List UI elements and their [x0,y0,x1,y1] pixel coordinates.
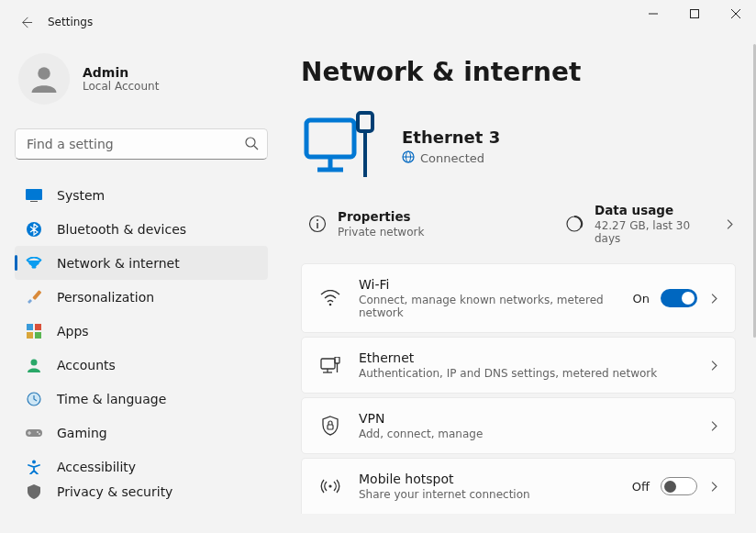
data-usage-icon [565,215,584,233]
accessibility-icon [26,459,42,475]
hotspot-toggle[interactable] [661,477,697,495]
svg-rect-13 [27,332,33,339]
data-usage-sub: 42.27 GB, last 30 days [595,219,713,245]
nav-label: Gaming [57,426,107,440]
info-icon [308,215,327,233]
svg-rect-10 [32,290,41,300]
close-button[interactable] [715,0,756,28]
nav-list: System Bluetooth & devices Network & int… [15,178,268,500]
svg-rect-14 [35,332,41,339]
sidebar-item-accessibility[interactable]: Accessibility [15,450,268,483]
network-icon [26,255,42,272]
card-title: Mobile hotspot [359,472,632,486]
card-hotspot[interactable]: Mobile hotspot Share your internet conne… [301,458,736,514]
card-title: Wi-Fi [359,277,633,292]
properties-sub: Private network [338,226,424,239]
accounts-icon [26,357,42,373]
sidebar-item-privacy[interactable]: Privacy & security [15,483,268,500]
chevron-right-icon [708,481,720,493]
card-sub: Share your internet connection [359,488,632,501]
nav-label: Accessibility [57,460,136,474]
chevron-right-icon [708,360,720,372]
connection-status: Connected [402,150,500,166]
wifi-toggle-label: On [633,292,650,305]
svg-point-18 [37,431,39,433]
data-usage-title: Data usage [595,203,713,217]
bluetooth-icon [26,221,42,238]
data-usage-item[interactable]: Data usage 42.27 GB, last 30 days [565,203,713,245]
sidebar-item-personalization[interactable]: Personalization [15,280,268,314]
sidebar-item-gaming[interactable]: Gaming [15,416,268,450]
card-title: Ethernet [359,350,708,365]
privacy-icon [26,483,42,500]
window-title: Settings [48,16,93,28]
svg-rect-39 [328,425,333,429]
window-controls [632,0,756,28]
wifi-toggle[interactable] [661,289,697,307]
svg-point-15 [31,359,38,365]
hotspot-toggle-label: Off [632,480,650,494]
connection-name: Ethernet 3 [402,128,500,147]
nav-label: Privacy & security [57,484,172,499]
properties-title: Properties [338,209,424,224]
maximize-button[interactable] [673,0,715,28]
search-box[interactable] [15,128,268,160]
wifi-icon [320,288,340,308]
ethernet-hero-icon [301,105,384,188]
nav-label: Network & internet [57,256,180,271]
chevron-right-icon [708,293,720,305]
search-input[interactable] [15,128,268,160]
profile-sub: Local Account [83,80,159,93]
svg-rect-11 [27,324,33,330]
hotspot-icon [320,476,340,496]
nav-label: Bluetooth & devices [57,222,186,237]
svg-rect-24 [358,113,372,131]
sidebar-item-system[interactable]: System [15,178,268,212]
personalization-icon [26,289,42,305]
page-title: Network & internet [301,57,752,87]
card-vpn[interactable]: VPN Add, connect, manage [301,397,736,454]
svg-rect-21 [306,120,354,157]
nav-label: Time & language [57,392,166,406]
svg-point-33 [329,304,332,306]
svg-rect-37 [335,357,339,363]
sidebar-item-accounts[interactable]: Accounts [15,348,268,382]
settings-cards: Wi-Fi Connect, manage known networks, me… [301,263,752,514]
svg-rect-7 [26,189,42,200]
sidebar-item-time[interactable]: Time & language [15,382,268,416]
svg-point-19 [39,433,40,435]
svg-line-6 [254,146,258,150]
nav-label: Accounts [57,358,116,372]
svg-point-40 [328,484,331,487]
sidebar-item-bluetooth[interactable]: Bluetooth & devices [15,212,268,246]
card-wifi[interactable]: Wi-Fi Connect, manage known networks, me… [301,263,736,333]
connection-hero: Ethernet 3 Connected [301,105,752,188]
nav-label: Personalization [57,290,154,305]
system-icon [26,187,42,204]
back-button[interactable] [18,15,33,29]
gaming-icon [26,425,42,441]
clock-icon [26,391,42,407]
card-ethernet[interactable]: Ethernet Authentication, IP and DNS sett… [301,337,736,394]
avatar [18,53,70,105]
card-title: VPN [359,411,708,426]
properties-item[interactable]: Properties Private network [308,209,554,239]
meta-row: Properties Private network Data usage 42… [301,199,752,263]
svg-point-5 [246,138,255,147]
profile[interactable]: Admin Local Account [15,44,268,121]
svg-rect-34 [321,359,335,369]
svg-rect-1 [690,10,698,18]
minimize-button[interactable] [632,0,673,28]
vpn-shield-icon [320,416,340,436]
sidebar: Admin Local Account System Bluetooth & d… [0,44,275,533]
chevron-right-icon [724,218,736,230]
search-icon [244,136,259,154]
globe-icon [402,150,415,166]
title-bar: Settings [0,0,756,44]
card-sub: Add, connect, manage [359,428,708,440]
svg-point-30 [317,219,318,221]
svg-rect-12 [35,324,41,330]
sidebar-item-apps[interactable]: Apps [15,314,268,348]
sidebar-item-network[interactable]: Network & internet [15,246,268,280]
svg-point-4 [38,67,50,80]
